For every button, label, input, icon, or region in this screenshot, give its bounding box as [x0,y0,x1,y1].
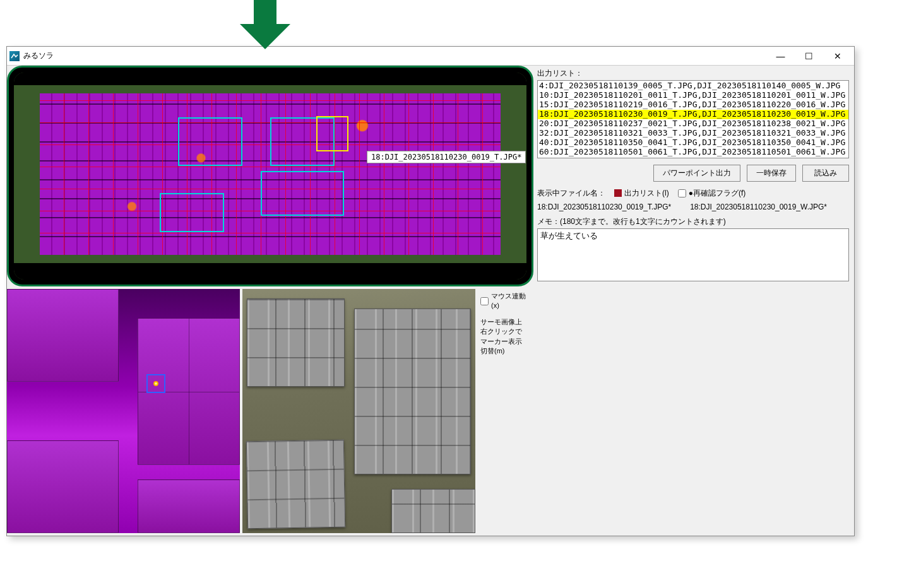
memo-label: メモ：(180文字まで。改行も1文字にカウントされます) [537,216,849,227]
mouse-link-label: マウス連動 (x) [491,291,531,311]
reconfirm-chk-label: ●再確認フラグ(f) [689,188,746,199]
mouse-link-input[interactable] [480,297,489,305]
output-list-row[interactable]: 15:DJI_20230518110219_0016_T.JPG,DJI_202… [538,100,848,110]
output-list-row[interactable]: 10:DJI_20230518110201_0011_T.JPG,DJI_202… [538,91,848,100]
left-pane: 18:DJI_20230518110230_0019_T.JPG* [7,66,536,536]
output-list-row[interactable]: 40:DJI_20230518110350_0041_T.JPG,DJI_202… [538,138,848,148]
memo-textarea[interactable] [537,228,849,281]
help-line: 右クリックで [480,327,531,336]
overview-tooltip: 18:DJI_20230518110230_0019_T.JPG* [367,151,526,163]
load-button[interactable]: 読込み [802,165,849,182]
overview-map[interactable] [7,66,533,286]
current-file-t: 18:DJI_20230518110230_0019_T.JPG* [537,203,671,211]
mouse-link-checkbox[interactable]: マウス連動 (x) [480,291,531,311]
titlebar[interactable]: みるソラ — ☐ ✕ [7,47,854,66]
reconfirm-checkbox[interactable]: ●再確認フラグ(f) [678,188,746,199]
output-list-chk-label: 出力リスト(l) [624,188,669,199]
thermal-thumbnail[interactable] [7,289,240,533]
output-list-checkbox[interactable]: 出力リスト(l) [614,188,669,199]
help-line: サーモ画像上 [480,317,531,327]
temp-save-button[interactable]: 一時保存 [747,165,796,182]
output-list[interactable]: 4:DJI_20230518110139_0005_T.JPG,DJI_2023… [537,80,849,158]
minimize-button[interactable]: — [766,47,795,65]
app-icon [9,51,20,61]
reconfirm-input[interactable] [678,189,686,197]
output-list-row[interactable]: 20:DJI_20230518110237_0021_T.JPG,DJI_202… [538,119,848,129]
visual-thumbnail[interactable] [242,289,475,533]
side-help-panel: マウス連動 (x) サーモ画像上 右クリックで マーカー表示 切替(m) [478,289,533,533]
help-line: 切替(m) [480,346,531,356]
output-list-row[interactable]: 4:DJI_20230518110139_0005_T.JPG,DJI_2023… [538,81,848,91]
maximize-button[interactable]: ☐ [795,47,823,65]
output-list-swatch-icon [614,189,622,197]
app-title: みるソラ [23,50,54,61]
right-pane: 出力リスト： 4:DJI_20230518110139_0005_T.JPG,D… [536,66,854,536]
help-line: マーカー表示 [480,337,531,346]
output-list-row[interactable]: 32:DJI_20230518110321_0033_T.JPG,DJI_202… [538,129,848,138]
output-list-row[interactable]: 18:DJI_20230518110230_0019_T.JPG,DJI_202… [538,110,848,119]
current-file-label: 表示中ファイル名： [537,188,605,199]
app-window: みるソラ — ☐ ✕ [6,46,855,536]
annotation-arrow [240,0,290,47]
current-file-w: 18:DJI_20230518110230_0019_W.JPG* [690,203,827,211]
close-button[interactable]: ✕ [823,47,852,65]
hotspot-marker [146,374,165,393]
output-list-row[interactable]: 60:DJI_20230518110501_0061_T.JPG,DJI_202… [538,148,848,157]
output-list-label: 出力リスト： [537,68,849,79]
ppt-export-button[interactable]: パワーポイント出力 [653,165,740,182]
